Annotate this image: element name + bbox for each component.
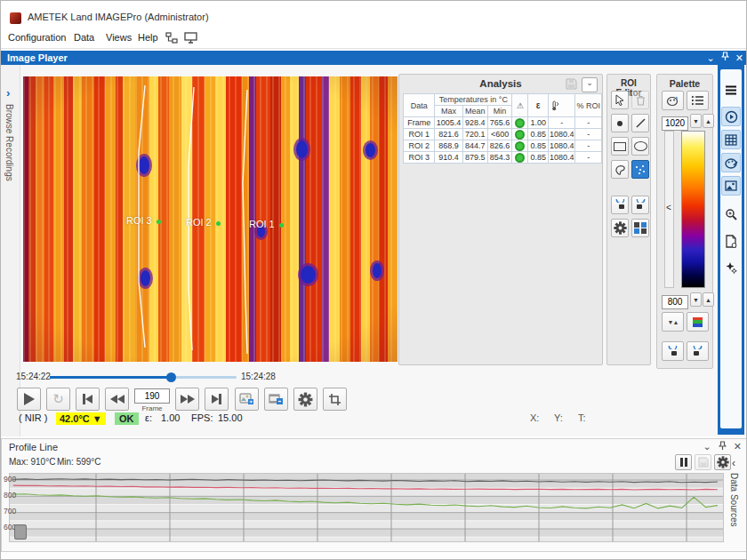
cursor-x-label: X:	[530, 412, 539, 423]
roi-1-label[interactable]: ROI 1	[249, 219, 275, 229]
autoscale-button[interactable]: ▼▲	[662, 312, 684, 332]
zoom-tool-icon[interactable]	[721, 204, 741, 224]
table-row[interactable]: ROI 1821.6720.1<600 0.851080.4-	[404, 129, 602, 140]
thermal-image[interactable]: ROI 3 ROI 2 ROI 1	[23, 76, 398, 362]
menu-help[interactable]: Help	[138, 32, 158, 43]
loop-button[interactable]: ↻	[46, 388, 70, 411]
export-video-button[interactable]	[264, 388, 288, 411]
pause-icon	[680, 458, 687, 467]
annotate-sparkle-icon[interactable]	[721, 258, 741, 277]
tab-data-sources[interactable]: Data Sources	[729, 473, 739, 527]
palette-sync-button[interactable]	[662, 91, 684, 110]
palette-min-input[interactable]	[662, 295, 688, 309]
detector-label: ( NIR )	[19, 412, 47, 423]
rgb-icon	[693, 317, 703, 327]
polygon-roi-button-active[interactable]	[631, 160, 649, 179]
palette-max-down-button[interactable]: ▼	[690, 114, 702, 128]
timeline-start-time: 15:24:22	[16, 372, 51, 381]
y-tick-900: 900	[4, 475, 16, 484]
apply-all-right-button[interactable]	[631, 196, 649, 214]
delete-roi-button[interactable]	[631, 91, 649, 109]
expand-browse-icon[interactable]: ›	[6, 86, 10, 100]
table-row[interactable]: ROI 2868.9844.7826.6 0.851080.4-	[404, 140, 602, 152]
timeline-handle[interactable]	[166, 372, 176, 382]
apply-palette-left-button[interactable]	[662, 341, 684, 361]
table-row[interactable]: ROI 3910.4879.5854.3 0.851080.4-	[404, 152, 602, 164]
menu-bar: Configuration Data Views Help	[1, 28, 747, 49]
chart-scroll-thumb[interactable]	[14, 524, 27, 540]
ellipse-icon	[634, 141, 647, 151]
pin-icon[interactable]	[721, 52, 729, 64]
toggle-player-view-button[interactable]	[721, 107, 741, 126]
export-image-button[interactable]	[235, 388, 259, 411]
tab-browse-recordings[interactable]: Browse Recordings	[4, 104, 14, 181]
roi-settings-button[interactable]	[611, 219, 629, 237]
analysis-menu-dropdown[interactable]: ⌄	[582, 77, 598, 92]
select-tool-button[interactable]	[611, 91, 629, 109]
palette-icon	[725, 157, 738, 169]
profile-chart[interactable]	[9, 473, 724, 542]
menu-data[interactable]: Data	[74, 32, 94, 43]
ellipse-roi-button[interactable]	[631, 137, 649, 156]
step-back-button[interactable]	[105, 388, 129, 411]
crop-button[interactable]	[323, 388, 347, 411]
film-export-icon	[269, 393, 284, 405]
col-header-max: Max	[435, 106, 462, 117]
roi-2-label[interactable]: ROI 2	[186, 217, 212, 228]
image-player-titlebar: Image Player ⌄ ✕	[1, 51, 747, 65]
palette-presets-button[interactable]	[687, 91, 709, 110]
report-document-icon[interactable]	[721, 231, 741, 251]
grid-icon	[725, 134, 737, 146]
palette-range-marker[interactable]: <	[666, 203, 671, 212]
collapse-sources-icon[interactable]: ‹	[732, 457, 735, 469]
line-roi-button[interactable]	[631, 114, 649, 132]
frame-number-input[interactable]	[134, 388, 170, 404]
y-tick-800: 800	[4, 491, 16, 500]
alarm-status-ok-icon	[515, 153, 525, 163]
player-settings-button[interactable]	[293, 388, 317, 411]
panel-collapse-icon[interactable]: ⌄	[707, 52, 715, 64]
line-icon	[635, 117, 647, 129]
menu-configuration[interactable]: Configuration	[8, 32, 66, 43]
save-chart-button[interactable]	[695, 454, 711, 470]
profile-min-label: Min: 599°C	[57, 457, 101, 467]
col-header-alarm: ⚠	[512, 94, 528, 117]
save-analysis-icon[interactable]	[566, 78, 579, 90]
presets-list-icon	[691, 95, 704, 106]
toggle-analysis-table-button[interactable]	[721, 130, 741, 149]
menu-views[interactable]: Views	[106, 32, 132, 43]
pause-chart-button[interactable]	[675, 454, 692, 470]
palette-max-input[interactable]	[662, 116, 688, 131]
toggle-image-view-button[interactable]	[721, 176, 741, 196]
view-toolbar	[718, 65, 744, 435]
panel-collapse-icon[interactable]: ⌄	[703, 441, 711, 452]
step-forward-button[interactable]	[175, 388, 199, 411]
display-icon[interactable]	[181, 29, 199, 46]
apply-all-left-button[interactable]	[611, 196, 629, 214]
roi-3-label[interactable]: ROI 3	[126, 215, 152, 226]
timeline-slider[interactable]	[50, 376, 237, 379]
view-toolbar-inner	[720, 69, 742, 428]
hamburger-menu-icon[interactable]	[721, 80, 741, 100]
color-mode-button[interactable]	[687, 312, 709, 332]
rectangle-roi-button[interactable]	[611, 137, 629, 156]
freehand-roi-button[interactable]	[611, 160, 629, 179]
toggle-palette-button[interactable]	[721, 153, 741, 172]
palette-max-up-button[interactable]: ▲	[703, 114, 714, 128]
crop-icon	[328, 393, 341, 406]
table-row[interactable]: Frame1005.4928.4765.6 1.00--	[404, 117, 602, 129]
status-ok-badge: OK	[115, 412, 139, 425]
roi-layout-button[interactable]	[631, 219, 649, 237]
y-tick-700: 700	[4, 507, 16, 516]
play-button[interactable]	[17, 388, 41, 411]
window-titlebar: AMETEK Land IMAGEPro (Administrator)	[1, 1, 747, 28]
point-roi-button[interactable]	[611, 114, 629, 132]
skip-end-button[interactable]	[205, 388, 229, 411]
close-icon[interactable]: ✕	[735, 52, 743, 64]
network-icon[interactable]	[163, 29, 181, 46]
palette-min-up-button[interactable]: ▲	[703, 292, 714, 307]
apply-palette-right-button[interactable]	[687, 341, 709, 361]
skip-start-button[interactable]	[76, 388, 100, 411]
palette-gradient-bar[interactable]	[681, 131, 705, 288]
palette-min-down-button[interactable]: ▼	[690, 292, 702, 307]
